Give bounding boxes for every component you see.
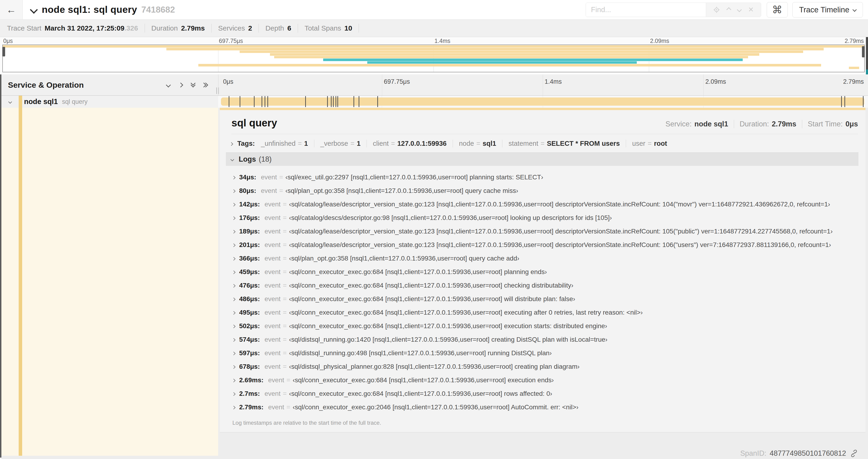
find-clear-icon[interactable]: ✕ [748,6,754,13]
log-row[interactable]: 574μs: event = ‹sql/distsql_running.go:1… [232,333,859,346]
log-row[interactable]: 80μs: event = ‹sql/plan_opt.go:358 [nsql… [232,184,859,198]
log-equals: = [283,282,286,289]
log-row[interactable]: 2.7ms: event = ‹sql/conn_executor_exec.g… [232,387,859,400]
expand-all-icon[interactable] [204,83,208,87]
log-row[interactable]: 34μs: event = ‹sql/exec_util.go:2297 [ns… [232,170,859,184]
find-next-icon[interactable] [737,7,742,12]
log-field-key: event [265,363,281,370]
minimap-span-bar [240,51,803,53]
minimap-right-drag-handle[interactable] [862,46,865,57]
minimap-span-bar [849,67,859,69]
summary-value: 2.79ms [181,24,205,32]
summary-label: Total Spans [305,24,341,32]
operation-name: sql query [62,98,88,105]
log-row[interactable]: 597μs: event = ‹sql/distsql_running.go:4… [232,346,859,360]
log-timestamp: 142μs: [239,201,260,208]
locate-icon[interactable] [713,6,720,13]
minimap-span-bar [367,61,637,64]
log-row[interactable]: 189μs: event = ‹sql/catalog/lease/descri… [232,225,859,238]
log-equals: = [286,403,290,411]
collapse-one-icon[interactable] [166,82,171,87]
log-timestamp: 597μs: [239,349,260,357]
summary-label: Depth [265,24,284,32]
summary-value: 2 [248,24,252,32]
view-options-label: Trace Timeline [799,5,849,14]
find-prev-icon[interactable] [726,7,731,12]
find-group: ✕ [586,3,761,17]
summary-label: Services [218,24,245,32]
tags-row[interactable]: Tags: _unfinished = 1 _verbose [220,134,865,152]
collapse-all-icon[interactable] [191,83,195,87]
log-timestamp: 459μs: [239,268,260,276]
minimap-canvas[interactable] [2,44,865,72]
minimap-span-bar [198,64,821,66]
top-bar: ← node sql1: sql query 7418682 [0,0,868,20]
root-span-bar[interactable] [221,97,864,106]
log-row[interactable]: 176μs: event = ‹sql/catalog/descs/descri… [232,211,859,225]
view-options-dropdown[interactable]: Trace Timeline [793,2,863,18]
minimap-left-drag-handle[interactable] [2,47,5,57]
log-row[interactable]: 2.79ms: event = ‹sql/conn_executor_exec.… [232,400,859,414]
summary-divider [145,24,145,33]
trace-minimap: 0μs 697.75μs 1.4ms 2.09ms 2.79ms [0,37,868,74]
log-row[interactable]: 142μs: event = ‹sql/catalog/lease/descri… [232,198,859,211]
tag-equals: = [391,140,395,147]
tag-equals: = [298,140,302,147]
log-equals: = [286,376,290,384]
log-row[interactable]: 2.69ms: event = ‹sql/conn_executor_exec.… [232,373,859,387]
log-value: ‹sql/conn_executor_exec.go:684 [nsql1,cl… [289,309,643,316]
span-stats: Service: node sql1 Duration: 2.79ms Star… [660,120,858,128]
log-timestamp: 80μs: [239,187,256,195]
log-expand-chevron-icon [232,203,236,207]
summary-value: 6 [287,24,291,32]
log-timestamp: 201μs: [239,241,260,249]
timeline-column-header: Service & Operation 0μs 697.75μs [1,74,868,96]
summary-item: Duration 2.79ms [151,24,205,32]
span-collapse-chevron-icon[interactable] [8,100,12,104]
logs-header[interactable]: Logs (18) [226,153,859,166]
find-input[interactable] [586,3,706,17]
service-color-accent [19,96,22,108]
log-equals: = [279,173,283,181]
log-field-key: event [265,309,281,316]
log-row[interactable]: 495μs: event = ‹sql/conn_executor_exec.g… [232,306,859,319]
log-timestamp: 176μs: [239,214,260,222]
span-stat-value: node sql1 [694,120,728,128]
minimap-span-bar [3,45,864,47]
logs-collapse-chevron-icon [230,157,234,161]
log-value: ‹sql/conn_executor_exec.go:684 [nsql1,cl… [289,268,547,276]
log-equals: = [283,322,286,330]
log-row[interactable]: 201μs: event = ‹sql/catalog/lease/descri… [232,238,859,252]
log-row[interactable]: 678μs: event = ‹sql/distsql_physical_pla… [232,360,859,373]
summary-value: 10 [344,24,352,32]
deep-link-icon[interactable] [850,449,858,458]
tag-value: 1 [304,140,308,147]
expand-one-icon[interactable] [178,82,183,87]
back-button[interactable]: ← [0,0,23,19]
log-row[interactable]: 476μs: event = ‹sql/conn_executor_exec.g… [232,279,859,292]
tag-item: _verbose = 1 [314,140,367,147]
summary-divider [359,24,359,33]
log-expand-chevron-icon [232,379,236,383]
summary-label: Duration [151,24,178,32]
log-row[interactable]: 486μs: event = ‹sql/conn_executor_exec.g… [232,292,859,306]
log-row[interactable]: 366μs: event = ‹sql/plan_opt.go:358 [nsq… [232,252,859,265]
span-row-name-cell[interactable]: node sql1 sql query [1,96,218,108]
service-color-accent [19,108,22,456]
log-expand-chevron-icon [232,298,236,301]
tag-item: statement = SELECT * FROM users [502,140,626,147]
log-equals: = [283,336,286,343]
minimap-tick-label: 1.4ms [434,38,450,44]
log-value: ‹sql/conn_executor_exec.go:684 [nsql1,cl… [289,390,552,397]
log-row[interactable]: 502μs: event = ‹sql/conn_executor_exec.g… [232,319,859,333]
log-field-key: event [265,322,281,330]
keyboard-shortcuts-button[interactable]: ⌘ [767,2,788,18]
trace-collapse-chevron-icon[interactable] [30,6,38,14]
minimap-tick-label: 697.75μs [219,38,243,44]
log-field-key: event [265,349,281,357]
log-expand-chevron-icon [232,325,236,328]
log-row[interactable]: 459μs: event = ‹sql/conn_executor_exec.g… [232,265,859,279]
log-value: ‹sql/distsql_physical_planner.go:828 [ns… [289,363,580,370]
log-value: ‹sql/catalog/lease/descriptor_version_st… [289,241,831,249]
trace-id: 7418682 [142,5,175,15]
